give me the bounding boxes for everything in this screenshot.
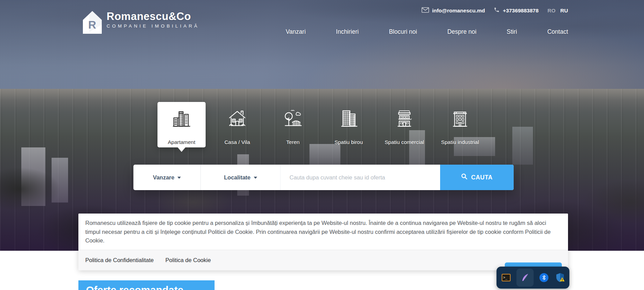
- brand-logo[interactable]: R Romanescu&Co COMPANIE IMOBILIARĂ: [83, 11, 199, 35]
- tab-spatiu-industrial[interactable]: Spatiu industrial: [436, 102, 484, 147]
- tab-teren[interactable]: Teren: [269, 102, 317, 147]
- house-logo-icon: R: [83, 11, 102, 35]
- cookie-policy-link[interactable]: Politica de Cookie: [165, 257, 211, 263]
- land-icon: [283, 108, 303, 129]
- chevron-down-icon: [254, 177, 257, 179]
- lang-ro-button[interactable]: RO: [547, 8, 555, 14]
- tab-casa-vila[interactable]: Casa / Vila: [213, 102, 261, 147]
- nav-item-contact[interactable]: Contact: [547, 28, 568, 35]
- phone-icon: [494, 7, 500, 14]
- cookie-banner: Romanescu utilizează fișiere de tip cook…: [78, 214, 568, 270]
- email-link[interactable]: info@romanescu.md: [422, 7, 485, 14]
- bluetooth-icon[interactable]: [538, 269, 550, 287]
- tab-label: Spatiu industrial: [441, 139, 479, 145]
- search-button-label: CAUTA: [471, 174, 492, 181]
- office-building-icon: [338, 108, 359, 129]
- industrial-building-icon: [450, 108, 470, 129]
- keyword-search-input[interactable]: [281, 165, 440, 190]
- mail-icon: [422, 7, 429, 14]
- search-icon: [461, 173, 468, 182]
- shield-warning-icon[interactable]: [554, 269, 566, 287]
- search-button[interactable]: CAUTA: [440, 165, 514, 190]
- property-search-bar: Vanzare Localitate CAUTA: [133, 165, 514, 190]
- tab-label: Spatiu birou: [335, 139, 363, 145]
- main-nav: Vanzari Inchirieri Blocuri noi Despre no…: [286, 28, 568, 35]
- phone-text: +37369883878: [503, 8, 538, 14]
- house-icon: [227, 108, 248, 129]
- deal-type-value: Vanzare: [153, 174, 174, 181]
- tab-spatiu-birou[interactable]: Spatiu birou: [325, 102, 373, 147]
- tab-label: Teren: [286, 139, 300, 145]
- nav-item-blocuri-noi[interactable]: Blocuri noi: [389, 28, 417, 35]
- tab-label: Apartament: [168, 139, 195, 145]
- property-type-tabs: Apartament Casa / Vila: [157, 102, 484, 147]
- locality-value: Localitate: [224, 174, 250, 181]
- lang-ru-button[interactable]: RU: [560, 8, 568, 14]
- system-dock: >_: [496, 267, 569, 289]
- storefront-icon: [394, 108, 415, 129]
- locality-dropdown[interactable]: Localitate: [201, 165, 281, 190]
- nav-item-stiri[interactable]: Stiri: [507, 28, 517, 35]
- cookie-links-row: Politica de Confidentialitate Politica d…: [78, 250, 568, 270]
- terminal-icon[interactable]: >_: [500, 269, 512, 287]
- nav-item-vanzari[interactable]: Vanzari: [286, 28, 306, 35]
- cookie-message: Romanescu utilizează fișiere de tip cook…: [78, 214, 568, 250]
- brand-tagline: COMPANIE IMOBILIARĂ: [107, 23, 199, 29]
- tab-label: Spatiu comercial: [385, 139, 424, 145]
- svg-text:R: R: [88, 19, 96, 31]
- top-contact-bar: info@romanescu.md +37369883878 RO RU: [422, 7, 568, 14]
- apartment-icon: [171, 108, 192, 129]
- email-text: info@romanescu.md: [432, 8, 485, 14]
- nav-item-despre-noi[interactable]: Despre noi: [447, 28, 477, 35]
- tab-label: Casa / Vila: [225, 139, 250, 145]
- privacy-policy-link[interactable]: Politica de Confidentialitate: [85, 257, 154, 263]
- nav-item-inchirieri[interactable]: Inchirieri: [336, 28, 359, 35]
- deal-type-dropdown[interactable]: Vanzare: [133, 165, 201, 190]
- brand-name: Romanescu&Co: [107, 11, 199, 22]
- language-switcher: RO RU: [547, 8, 568, 14]
- phone-link[interactable]: +37369883878: [494, 7, 538, 14]
- tab-apartament[interactable]: Apartament: [157, 102, 206, 147]
- feather-icon[interactable]: [516, 269, 534, 287]
- recommended-offers-heading: Oferte recomandate: [78, 280, 215, 290]
- tab-spatiu-comercial[interactable]: Spatiu comercial: [380, 102, 428, 147]
- chevron-down-icon: [177, 177, 181, 179]
